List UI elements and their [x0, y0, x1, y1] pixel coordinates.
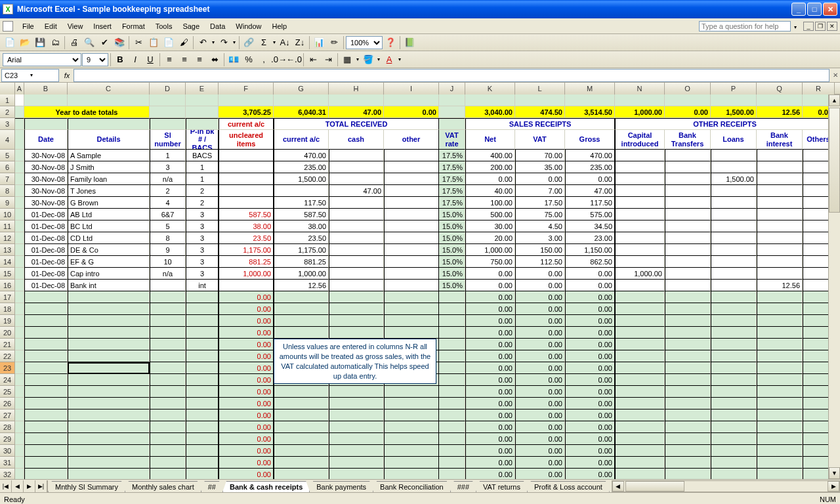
- cell[interactable]: 0.00: [219, 398, 274, 410]
- cell[interactable]: [219, 94, 274, 106]
- cell[interactable]: 200.00: [465, 161, 515, 173]
- scroll-down-icon[interactable]: ▼: [829, 467, 840, 479]
- cell[interactable]: Details: [68, 130, 150, 150]
- cell[interactable]: 3: [186, 232, 219, 244]
- row-header[interactable]: 15: [0, 268, 15, 280]
- cell[interactable]: [384, 161, 439, 173]
- cell[interactable]: [68, 350, 150, 362]
- cell[interactable]: [68, 421, 150, 433]
- cell[interactable]: Gross: [565, 130, 615, 150]
- cell[interactable]: [384, 150, 439, 161]
- cell[interactable]: G Brown: [68, 197, 150, 209]
- cell[interactable]: [274, 469, 329, 479]
- cell[interactable]: [615, 469, 665, 479]
- cell[interactable]: 0.00: [565, 327, 615, 339]
- row-header[interactable]: 1: [0, 94, 15, 106]
- cell[interactable]: 2: [186, 185, 219, 197]
- cell[interactable]: 47.00: [329, 185, 384, 197]
- row-header[interactable]: 27: [0, 410, 15, 421]
- cell[interactable]: J Smith: [68, 161, 150, 173]
- cell[interactable]: [615, 374, 665, 386]
- col-header-O[interactable]: O: [665, 83, 711, 94]
- cell[interactable]: Date: [24, 130, 68, 150]
- cell[interactable]: [384, 185, 439, 197]
- align-center-icon[interactable]: ≡: [177, 52, 192, 67]
- cell[interactable]: [384, 232, 439, 244]
- cell[interactable]: [384, 268, 439, 280]
- cell[interactable]: 587.50: [219, 209, 274, 220]
- row-header[interactable]: 32: [0, 469, 15, 479]
- cell[interactable]: T Jones: [68, 185, 150, 197]
- cell[interactable]: [186, 421, 219, 433]
- cell[interactable]: Capital introduced: [615, 130, 665, 150]
- cell[interactable]: [68, 327, 150, 339]
- cell[interactable]: 0.00: [219, 327, 274, 339]
- col-header-D[interactable]: D: [150, 83, 186, 94]
- cell[interactable]: [274, 410, 329, 421]
- cell[interactable]: 0.00: [565, 350, 615, 362]
- cell[interactable]: 0.00: [465, 410, 515, 421]
- cell[interactable]: 0.00: [515, 386, 565, 398]
- cell[interactable]: [615, 410, 665, 421]
- cell[interactable]: 17.5%: [439, 173, 465, 185]
- cell[interactable]: 0.00: [465, 362, 515, 374]
- cell[interactable]: [439, 421, 465, 433]
- cell[interactable]: 12.56: [274, 280, 329, 291]
- italic-icon[interactable]: I: [128, 52, 142, 67]
- cell[interactable]: [711, 433, 757, 445]
- formula-input[interactable]: [74, 69, 830, 82]
- cell[interactable]: 881.25: [274, 256, 329, 268]
- menu-sage[interactable]: Sage: [177, 21, 205, 32]
- cell[interactable]: 17.50: [515, 197, 565, 209]
- cell[interactable]: [150, 280, 186, 291]
- cell[interactable]: [15, 410, 24, 421]
- cell[interactable]: 0.00: [465, 421, 515, 433]
- cell[interactable]: [665, 291, 711, 303]
- cell[interactable]: [757, 433, 803, 445]
- cell[interactable]: [15, 327, 24, 339]
- cell[interactable]: [615, 150, 665, 161]
- cell[interactable]: 01-Dec-08: [24, 232, 68, 244]
- cell[interactable]: 30-Nov-08: [24, 150, 68, 161]
- cell[interactable]: 0.00: [465, 173, 515, 185]
- row-header[interactable]: 25: [0, 386, 15, 398]
- cell[interactable]: [665, 94, 711, 106]
- cell[interactable]: [615, 386, 665, 398]
- cell[interactable]: [757, 291, 803, 303]
- cell[interactable]: [384, 94, 439, 106]
- cell[interactable]: 0.00: [515, 410, 565, 421]
- cell[interactable]: [329, 161, 384, 173]
- cell[interactable]: 3: [186, 244, 219, 256]
- cell[interactable]: 1,175.00: [219, 244, 274, 256]
- cell[interactable]: [384, 173, 439, 185]
- cell[interactable]: [329, 421, 384, 433]
- cell[interactable]: VAT rate: [439, 130, 465, 150]
- hyperlink-icon[interactable]: 🔗: [242, 35, 256, 50]
- cell[interactable]: 0.00: [465, 374, 515, 386]
- cell[interactable]: [68, 410, 150, 421]
- cell[interactable]: [274, 327, 329, 339]
- cell[interactable]: [711, 410, 757, 421]
- col-header-L[interactable]: L: [515, 83, 565, 94]
- col-header-I[interactable]: I: [384, 83, 439, 94]
- cell[interactable]: BACS: [186, 150, 219, 161]
- align-right-icon[interactable]: ≡: [192, 52, 207, 67]
- cell[interactable]: [665, 173, 711, 185]
- font-select[interactable]: Arial: [3, 53, 81, 66]
- cell[interactable]: [15, 185, 24, 197]
- cell[interactable]: 3: [150, 161, 186, 173]
- cell[interactable]: [150, 433, 186, 445]
- cell[interactable]: 3,514.50: [565, 106, 615, 118]
- cell[interactable]: [274, 445, 329, 457]
- cell[interactable]: 117.50: [565, 197, 615, 209]
- cell[interactable]: [186, 327, 219, 339]
- cell[interactable]: 01-Dec-08: [24, 244, 68, 256]
- cell[interactable]: 1,000.00: [615, 268, 665, 280]
- cell[interactable]: [439, 350, 465, 362]
- row-header[interactable]: 6: [0, 161, 15, 173]
- cell[interactable]: 17.5%: [439, 150, 465, 161]
- cell[interactable]: [274, 315, 329, 327]
- cell[interactable]: [15, 161, 24, 173]
- cell[interactable]: [757, 386, 803, 398]
- cell[interactable]: [757, 268, 803, 280]
